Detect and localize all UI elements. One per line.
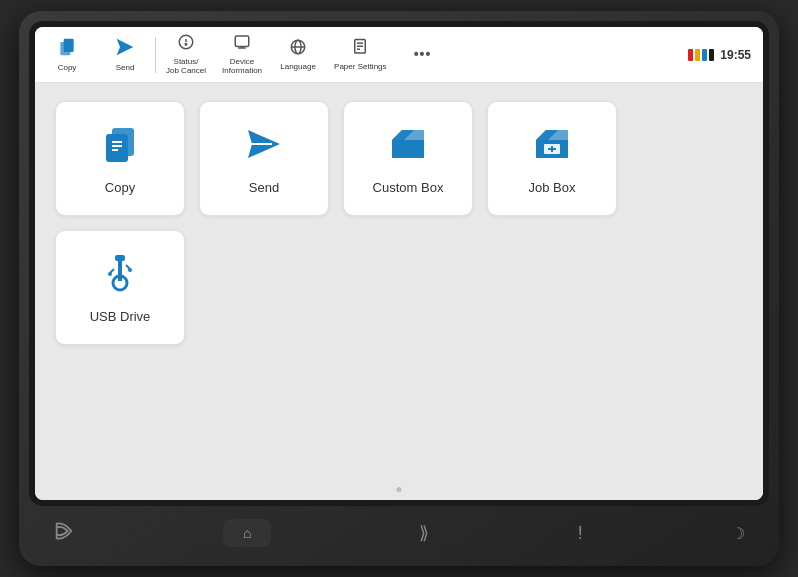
app-send[interactable]: Send xyxy=(199,101,329,216)
app-copy[interactable]: Copy xyxy=(55,101,185,216)
app-usb-drive[interactable]: USB Drive xyxy=(55,230,185,345)
page-indicator xyxy=(397,487,402,492)
topnav-copy-label: Copy xyxy=(58,64,77,73)
forward-icon: ⟫ xyxy=(419,522,429,544)
top-bar: Copy Send xyxy=(35,27,763,83)
top-bar-divider xyxy=(155,37,156,73)
topnav-more[interactable]: ••• xyxy=(403,46,443,64)
more-icon: ••• xyxy=(414,46,432,62)
home-icon: ⌂ xyxy=(243,525,251,541)
send-icon-topnav xyxy=(115,37,135,62)
topnav-status-label: Status/Job Cancel xyxy=(166,58,206,76)
status-icon xyxy=(177,33,195,56)
topnav-send[interactable]: Send xyxy=(105,37,145,73)
send-app-icon xyxy=(242,122,286,172)
ink-indicators xyxy=(688,49,714,61)
svg-rect-17 xyxy=(106,134,128,162)
app-row-2: USB Drive xyxy=(55,230,743,345)
svg-rect-6 xyxy=(235,36,249,47)
svg-marker-2 xyxy=(117,38,134,55)
ink-yellow xyxy=(695,49,700,61)
main-content: ☽ Energy Saver ≋ Reset xyxy=(35,83,763,500)
topnav-copy[interactable]: Copy xyxy=(47,37,87,73)
app-custom-box[interactable]: Custom Box xyxy=(343,101,473,216)
copy-app-icon xyxy=(98,122,142,172)
copy-icon-topnav xyxy=(57,37,77,62)
device-outer: Copy Send xyxy=(19,11,779,566)
usb-drive-app-label: USB Drive xyxy=(90,309,151,324)
svg-rect-26 xyxy=(115,255,125,261)
ink-black xyxy=(709,49,714,61)
language-icon xyxy=(289,38,307,61)
topnav-send-label: Send xyxy=(116,64,135,73)
nfc-icon xyxy=(53,520,75,547)
topnav-status[interactable]: Status/Job Cancel xyxy=(166,33,206,76)
sleep-icon: ☽ xyxy=(731,524,745,543)
copy-app-label: Copy xyxy=(105,180,135,195)
svg-point-32 xyxy=(128,268,132,272)
topnav-device-info[interactable]: DeviceInformation xyxy=(222,33,262,76)
device-bottom-bar: ⌂ ⟫ ! ☽ xyxy=(29,510,769,556)
send-app-label: Send xyxy=(249,180,279,195)
top-bar-right: Status/Job Cancel DeviceInformation xyxy=(166,33,751,76)
topnav-paper-settings[interactable]: Paper Settings xyxy=(334,38,386,72)
svg-rect-1 xyxy=(60,42,70,55)
topnav-device-info-label: DeviceInformation xyxy=(222,58,262,76)
custom-box-app-label: Custom Box xyxy=(373,180,444,195)
topnav-language[interactable]: Language xyxy=(278,38,318,72)
top-bar-left: Copy Send xyxy=(47,37,145,73)
ink-blue xyxy=(702,49,707,61)
job-box-app-label: Job Box xyxy=(529,180,576,195)
page-dot xyxy=(397,487,402,492)
svg-point-30 xyxy=(108,272,112,276)
home-button[interactable]: ⌂ xyxy=(223,519,271,547)
ink-red xyxy=(688,49,693,61)
svg-point-5 xyxy=(185,44,187,46)
top-bar-time-area: 19:55 xyxy=(688,48,751,62)
app-job-box[interactable]: Job Box xyxy=(487,101,617,216)
screen: Copy Send xyxy=(35,27,763,500)
job-box-app-icon xyxy=(530,122,574,172)
svg-rect-27 xyxy=(118,261,122,281)
topnav-language-label: Language xyxy=(280,63,316,72)
custom-box-app-icon xyxy=(386,122,430,172)
alert-icon: ! xyxy=(578,523,583,544)
screen-bezel: Copy Send xyxy=(29,21,769,506)
app-row-1: Copy Send xyxy=(55,101,743,216)
usb-app-icon xyxy=(98,251,142,301)
topnav-paper-settings-label: Paper Settings xyxy=(334,63,386,72)
clock: 19:55 xyxy=(720,48,751,62)
paper-settings-icon xyxy=(351,38,369,61)
device-info-icon xyxy=(233,33,251,56)
